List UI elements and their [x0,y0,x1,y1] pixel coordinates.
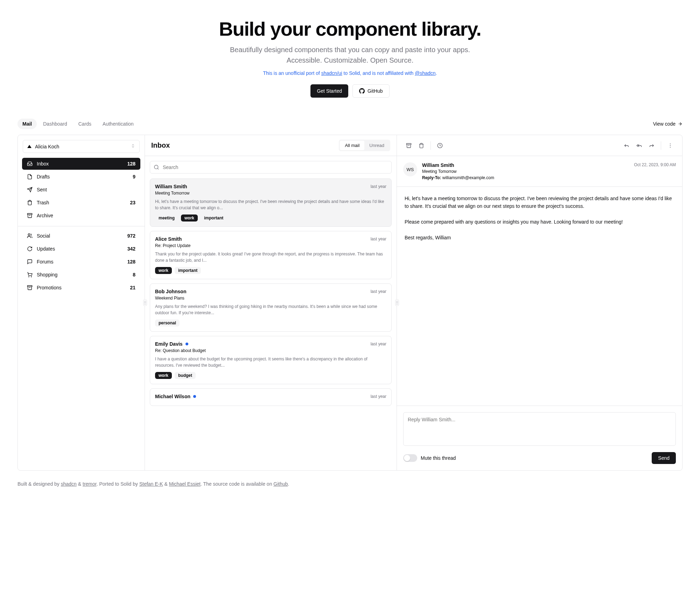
mail-item[interactable]: William Smithlast yearMeeting TomorrowHi… [150,178,392,227]
svg-point-15 [31,276,31,277]
mail-tag: important [175,267,201,274]
mail-item[interactable]: Alice Smithlast yearRe: Project UpdateTh… [150,231,392,279]
mail-time: last year [371,184,386,189]
sidebar-item-count: 21 [130,285,135,290]
tab-mail[interactable]: Mail [18,119,37,129]
mail-from: Bob Johnson [155,289,186,294]
message-from: William Smith [422,162,629,168]
archive-icon [406,143,412,148]
sidebar-item-count: 128 [127,161,135,167]
seg-all-mail[interactable]: All mail [340,141,364,150]
forward-button[interactable] [645,139,658,152]
sidebar-item-trash[interactable]: Trash23 [22,197,140,209]
mail-item[interactable]: Emily Davis last yearRe: Question about … [150,336,392,384]
svg-point-22 [670,147,671,147]
inbox-title: Inbox [151,141,170,149]
hero-port-note: This is an unofficial port of shadcn/ui … [18,70,682,76]
svg-point-1 [145,301,146,302]
shadcn-ui-link[interactable]: shadcn/ui [321,70,342,76]
mail-time: last year [371,342,386,346]
shadcn-link[interactable]: @shadcn [415,70,435,76]
mail-tag: work [155,267,172,274]
send-button[interactable]: Send [652,452,676,464]
footer-tremor-link[interactable]: tremor [83,481,97,487]
mail-tag: work [181,214,198,221]
svg-rect-12 [27,213,32,214]
sidebar-item-updates[interactable]: Updates342 [22,243,140,255]
get-started-button[interactable]: Get Started [310,84,348,98]
sent-icon [27,187,33,192]
svg-point-2 [144,302,145,303]
reply-all-button[interactable] [633,139,645,152]
mail-from: William Smith [155,184,187,189]
mail-from: Emily Davis [155,341,188,347]
mail-time: last year [371,394,386,399]
svg-point-21 [670,145,671,146]
seg-unread[interactable]: Unread [364,141,389,150]
account-name: Alicia Koch [35,144,59,149]
footer-michael-link[interactable]: Michael Essiet [169,481,201,487]
sidebar-item-drafts[interactable]: Drafts9 [22,171,140,183]
mail-preview: I have a question about the budget for t… [155,356,386,368]
svg-point-20 [670,143,671,144]
trash-icon [419,143,424,148]
archive-icon [27,213,33,218]
mail-item[interactable]: Bob Johnsonlast yearWeekend PlansAny pla… [150,283,392,332]
arrow-right-icon [678,121,682,126]
mail-subject: Re: Project Update [155,243,386,248]
sidebar-item-label: Drafts [37,174,50,180]
svg-point-9 [397,302,398,303]
sidebar-item-count: 8 [133,272,135,277]
archive-button[interactable] [402,139,415,152]
resize-handle-right[interactable] [395,300,399,306]
promotions-icon [27,285,33,290]
sidebar-item-archive[interactable]: Archive [22,210,140,221]
chevron-up-down-icon [131,143,135,149]
svg-point-10 [396,304,397,304]
mail-from: Michael Wilson [155,394,196,399]
snooze-button[interactable] [434,139,446,152]
sidebar-item-label: Inbox [37,161,49,167]
trash-button[interactable] [415,139,428,152]
sidebar-item-label: Social [37,233,50,239]
reply-all-icon [636,143,642,148]
inbox-icon [27,161,33,167]
svg-rect-16 [27,286,32,287]
resize-handle-left[interactable] [143,300,147,306]
sidebar-item-shopping[interactable]: Shopping8 [22,269,140,281]
footer-shadcn-link[interactable]: shadcn [61,481,77,487]
sidebar-item-promotions[interactable]: Promotions21 [22,282,140,294]
mail-preview: Any plans for the weekend? I was thinkin… [155,303,386,316]
mail-item[interactable]: Michael Wilson last year [150,388,392,406]
tab-dashboard[interactable]: Dashboard [38,119,72,129]
sidebar-item-label: Shopping [37,272,57,277]
account-switcher[interactable]: Alicia Koch [23,140,140,153]
mute-switch[interactable] [403,454,417,462]
footer-github-link[interactable]: Github [273,481,288,487]
sidebar-item-forums[interactable]: Forums128 [22,256,140,268]
footer-stefan-link[interactable]: Stefan E-K [139,481,163,487]
mail-time: last year [371,237,386,241]
mail-time: last year [371,289,386,294]
mail-tag: budget [175,372,196,379]
sidebar-item-social[interactable]: Social972 [22,230,140,242]
reply-textarea[interactable] [403,412,676,446]
svg-point-14 [29,276,29,277]
sidebar-item-inbox[interactable]: Inbox128 [22,158,140,170]
github-icon [359,88,365,94]
forums-icon [27,259,33,265]
hero-title: Build your component library. [18,17,682,40]
tab-cards[interactable]: Cards [74,119,96,129]
mail-preview: Thank you for the project update. It loo… [155,251,386,263]
sidebar-item-sent[interactable]: Sent [22,184,140,196]
reply-button[interactable] [620,139,633,152]
svg-point-6 [396,301,397,302]
search-input[interactable] [150,161,392,174]
mail-tag: important [201,214,227,221]
reply-icon [624,143,629,148]
view-code-link[interactable]: View code [653,121,682,127]
github-button[interactable]: GitHub [352,84,390,98]
trash-icon [27,200,33,205]
tab-authentication[interactable]: Authentication [98,119,139,129]
more-button[interactable] [664,139,677,152]
